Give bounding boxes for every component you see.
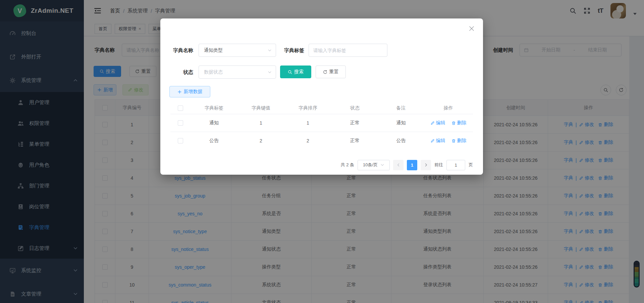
edit-link[interactable]: 编辑 [430,120,445,126]
search-icon [288,70,292,74]
modal-col-sort: 字典排序 [284,105,331,111]
add-data-button[interactable]: 新增数据 [169,86,210,97]
cell-status: 正常 [331,138,378,144]
delete-link[interactable]: 删除 [451,120,467,126]
modal-col-remark: 备注 [378,105,424,111]
cell-remark: 通知 [378,120,424,126]
cell-dict-label: 通知 [191,120,237,126]
modal-search-button[interactable]: 搜索 [280,66,311,78]
prev-page-button[interactable] [393,160,404,170]
modal-col-value: 字典键值 [237,105,284,111]
modal-status-select[interactable]: 数据状态 [199,66,276,79]
next-page-button[interactable] [421,160,431,170]
modal-table-body: 通知 1 1 正常 通知 编辑删除 公告 2 2 正常 公告 编辑删除 [170,114,473,149]
edit-link[interactable]: 编辑 [430,138,445,144]
pencil-icon [430,139,435,143]
cell-actions: 编辑删除 [424,138,473,144]
page-size-select[interactable]: 10条/页 [358,160,390,170]
cell-remark: 公告 [378,138,424,144]
pagination: 共 2 条 10条/页 1 前往 页 [341,160,473,170]
chevron-right-icon [424,163,428,167]
modal-select-all-checkbox[interactable] [178,105,183,111]
chevron-left-icon [396,163,400,167]
pagination-total: 共 2 条 [341,162,354,168]
cell-dict-sort: 1 [284,120,331,126]
pencil-icon [430,121,435,125]
modal-table-row: 通知 1 1 正常 通知 编辑删除 [170,114,473,132]
modal-dict-label-input[interactable] [309,44,387,57]
plus-icon [177,90,182,94]
page-number-button[interactable]: 1 [407,160,417,170]
cell-dict-sort: 2 [284,138,331,143]
modal-table-row: 公告 2 2 正常 公告 编辑删除 [170,132,473,149]
modal-status-label: 状态 [164,66,193,79]
app-root: V ZrAdmin.NET 控制台 外部打开 系统管理 用户管理 权限管理 菜单… [0,0,644,303]
close-icon[interactable] [469,26,474,31]
dict-data-modal: 字典名称 通知类型 字典标签 状态 数据状态 搜索 重置 新增数据 字典标签 [160,18,483,175]
trash-icon [451,121,456,125]
cell-status: 正常 [331,120,378,126]
cell-actions: 编辑删除 [424,120,473,126]
modal-col-label: 字典标签 [191,105,237,111]
row-checkbox[interactable] [178,138,183,143]
trash-icon [451,139,456,143]
chevron-down-icon [268,48,272,52]
goto-page-input[interactable] [446,160,465,170]
chevron-down-icon [380,163,384,167]
modal-col-status: 状态 [331,105,378,111]
page-unit-label: 页 [469,162,473,168]
dict-data-table: 字典标签 字典键值 字典排序 状态 备注 操作 通知 1 1 正常 通知 编辑删… [170,102,473,149]
cell-dict-value: 1 [237,120,284,126]
delete-link[interactable]: 删除 [451,138,467,144]
modal-dict-label-label: 字典标签 [280,44,304,57]
refresh-icon [323,70,327,74]
modal-reset-button[interactable]: 重置 [316,66,346,78]
modal-dict-name-select[interactable]: 通知类型 [199,44,276,57]
modal-col-actions: 操作 [424,105,473,111]
row-checkbox[interactable] [178,120,183,126]
cell-dict-label: 公告 [191,138,237,144]
chevron-down-icon [268,70,272,74]
cell-dict-value: 2 [237,138,284,143]
goto-label: 前往 [434,162,443,168]
modal-dict-name-label: 字典名称 [164,44,193,57]
modal-table-header-row: 字典标签 字典键值 字典排序 状态 备注 操作 [170,102,473,114]
